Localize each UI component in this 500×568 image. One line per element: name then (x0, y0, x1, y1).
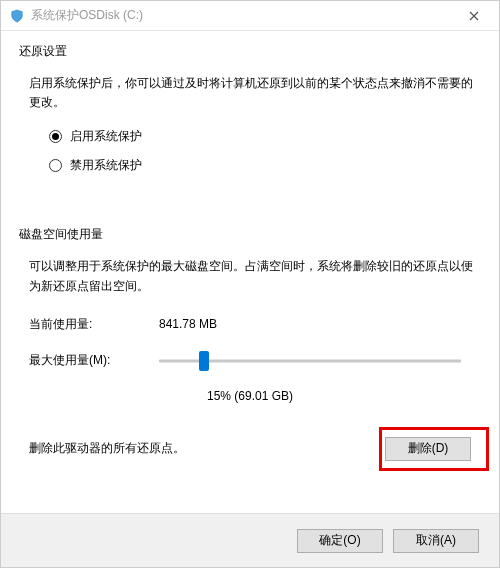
delete-button[interactable]: 删除(D) (385, 437, 471, 461)
max-usage-label: 最大使用量(M): (29, 352, 159, 369)
current-usage-row: 当前使用量: 841.78 MB (29, 316, 481, 333)
radio-disable-protection[interactable]: 禁用系统保护 (49, 157, 481, 174)
radio-enable-label: 启用系统保护 (70, 128, 142, 145)
close-button[interactable] (453, 2, 495, 30)
window-title: 系统保护OSDisk (C:) (31, 7, 453, 24)
delete-area: 删除此驱动器的所有还原点。 删除(D) (19, 427, 481, 471)
radio-indicator (49, 159, 62, 172)
ok-button[interactable]: 确定(O) (297, 529, 383, 553)
dialog-footer: 确定(O) 取消(A) (1, 513, 499, 567)
max-usage-slider[interactable] (159, 351, 461, 371)
slider-caption: 15% (69.01 GB) (19, 389, 481, 403)
current-usage-label: 当前使用量: (29, 316, 159, 333)
system-protection-dialog: 系统保护OSDisk (C:) 还原设置 启用系统保护后，你可以通过及时将计算机… (0, 0, 500, 568)
shield-icon (9, 8, 25, 24)
content-area: 还原设置 启用系统保护后，你可以通过及时将计算机还原到以前的某个状态点来撤消不需… (1, 31, 499, 513)
radio-disable-label: 禁用系统保护 (70, 157, 142, 174)
delete-desc: 删除此驱动器的所有还原点。 (29, 440, 385, 457)
radio-dot (52, 133, 59, 140)
radio-enable-protection[interactable]: 启用系统保护 (49, 128, 481, 145)
restore-section-title: 还原设置 (19, 43, 481, 60)
restore-desc: 启用系统保护后，你可以通过及时将计算机还原到以前的某个状态点来撤消不需要的更改。 (29, 74, 481, 112)
current-usage-value: 841.78 MB (159, 317, 217, 331)
disk-section-title: 磁盘空间使用量 (19, 226, 481, 243)
slider-thumb[interactable] (199, 351, 209, 371)
titlebar: 系统保护OSDisk (C:) (1, 1, 499, 31)
radio-indicator (49, 130, 62, 143)
cancel-button[interactable]: 取消(A) (393, 529, 479, 553)
max-usage-row: 最大使用量(M): (29, 351, 481, 371)
protection-radio-group: 启用系统保护 禁用系统保护 (49, 128, 481, 186)
disk-desc: 可以调整用于系统保护的最大磁盘空间。占满空间时，系统将删除较旧的还原点以便为新还… (29, 257, 481, 295)
